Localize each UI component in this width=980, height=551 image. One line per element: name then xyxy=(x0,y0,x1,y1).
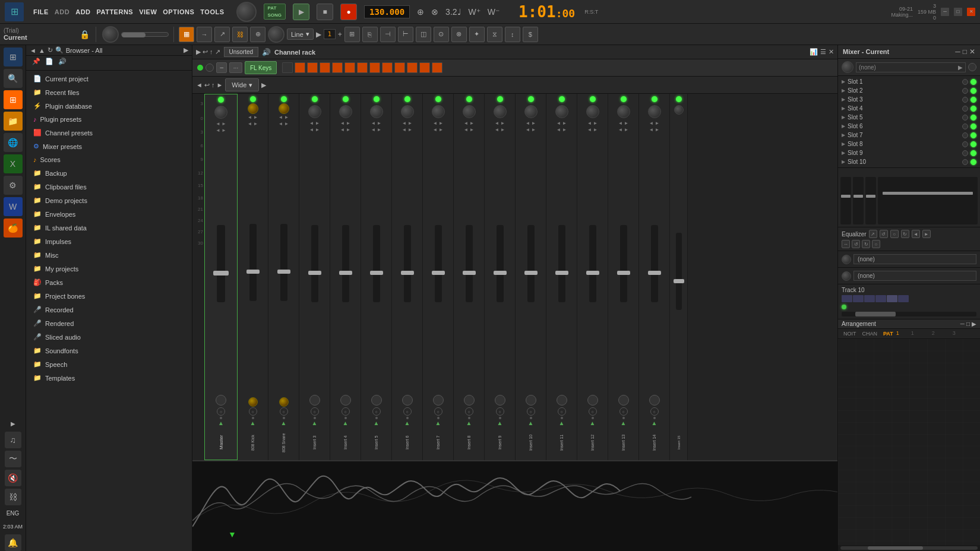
language-btn[interactable]: ENG xyxy=(4,508,22,519)
slot8-circle[interactable] xyxy=(962,141,968,147)
pat-selector[interactable]: PAT xyxy=(880,330,896,337)
browser-search-icon[interactable]: 🔍 xyxy=(55,46,64,54)
ch-minus-btn[interactable]: − xyxy=(216,62,227,73)
none-knob-1[interactable] xyxy=(842,255,851,264)
ins15-green-dot[interactable] xyxy=(676,96,682,102)
tb2-slider[interactable] xyxy=(121,32,169,37)
ins5-up[interactable]: ▲ xyxy=(374,420,380,426)
slot2-circle[interactable] xyxy=(962,88,968,94)
slot-row-5[interactable]: ▶ Slot 5 xyxy=(838,113,980,122)
wide-arrow[interactable]: ▶ xyxy=(261,81,266,89)
menu-patterns[interactable]: ADD xyxy=(75,8,90,15)
menu-tools[interactable]: OPTIONS xyxy=(163,8,194,15)
mixer-expand[interactable]: □ xyxy=(963,48,967,56)
none-dropdown-1[interactable]: (none) xyxy=(853,254,976,264)
kick-fader-handle[interactable] xyxy=(246,270,260,274)
arr-expand[interactable]: □ xyxy=(966,321,970,327)
pitch-btn[interactable]: ↗ xyxy=(214,27,230,42)
ins4-bknob[interactable] xyxy=(340,395,351,406)
mixer-selected-knob[interactable] xyxy=(842,61,853,73)
kick-knob[interactable] xyxy=(248,103,258,114)
mixer-close[interactable]: ✕ xyxy=(969,48,975,56)
track-block-6[interactable] xyxy=(898,295,909,302)
mixer-selected-dropdown[interactable]: (none)▶ xyxy=(856,62,966,72)
kick-bottom-knob[interactable] xyxy=(248,397,258,407)
bpm-display[interactable]: 130.000 xyxy=(364,5,410,18)
mix-back[interactable]: ↩ xyxy=(204,81,210,89)
ins14-knob[interactable] xyxy=(648,105,661,118)
snare-pan-r[interactable]: ► xyxy=(284,121,289,126)
sidebar-item-mixer-presets[interactable]: ⚙ Mixer presets xyxy=(26,140,192,153)
ch-slot-1[interactable] xyxy=(282,62,293,73)
ch-slot-11[interactable] xyxy=(407,62,418,73)
none-dropdown-2[interactable]: (none) xyxy=(853,271,976,281)
kick-arrow-r[interactable]: ► xyxy=(254,115,258,120)
send-fader-2[interactable] xyxy=(853,177,864,224)
browser-up[interactable]: ▲ xyxy=(39,47,45,54)
left-icon-channels[interactable]: ⊞ xyxy=(4,90,23,109)
lock-icon[interactable]: 🔒 xyxy=(80,30,90,39)
ins3-clock[interactable]: ○ xyxy=(311,407,319,416)
ins7-fader[interactable] xyxy=(435,225,442,302)
ins12-fader[interactable] xyxy=(589,225,596,302)
kick-fader[interactable] xyxy=(249,224,257,301)
left-icon-mute[interactable]: 🔇 xyxy=(5,470,21,486)
slot-row-6[interactable]: ▶ Slot 6 xyxy=(838,122,980,131)
track-block-3[interactable] xyxy=(864,295,875,302)
ins12-green-dot[interactable] xyxy=(590,96,596,102)
tb2-mute-btn[interactable]: ⊗ xyxy=(451,27,467,42)
menu-options[interactable]: VIEW xyxy=(139,8,157,15)
ins9-knob[interactable] xyxy=(494,105,507,118)
ins8-knob[interactable] xyxy=(463,105,476,118)
ins11-fader[interactable] xyxy=(558,225,565,302)
tb2-dollar-btn[interactable]: $ xyxy=(523,27,538,42)
slot7-active[interactable] xyxy=(970,132,976,138)
tb2-record-btn[interactable]: ⊙ xyxy=(434,27,449,42)
ins5-fader[interactable] xyxy=(373,225,380,302)
ins14-up[interactable]: ▲ xyxy=(652,420,657,426)
sidebar-item-plugin-presets[interactable]: ♪ Plugin presets xyxy=(26,113,192,126)
left-icon-wave[interactable]: 〜 xyxy=(5,451,21,467)
track-block-5[interactable] xyxy=(887,295,897,302)
snare-knob[interactable] xyxy=(279,103,289,114)
kick-arrow-l[interactable]: ◄ xyxy=(248,115,252,120)
ins7-clock[interactable]: ○ xyxy=(434,407,442,416)
ins14-bknob[interactable] xyxy=(649,395,660,406)
ins8-bknob[interactable] xyxy=(464,395,475,406)
mixer-minimize[interactable]: ─ xyxy=(955,48,960,56)
eq-btn-8[interactable]: ↺ xyxy=(852,240,860,248)
master-bottom-knob[interactable] xyxy=(216,395,226,406)
left-icon-browser[interactable]: 🌐 xyxy=(4,133,23,152)
ins6-knob[interactable] xyxy=(401,105,414,118)
ins12-up[interactable]: ▲ xyxy=(590,420,596,426)
track-scrollbar[interactable] xyxy=(842,312,976,316)
ins7-up[interactable]: ▲ xyxy=(435,420,441,426)
slot-row-2[interactable]: ▶ Slot 2 xyxy=(838,86,980,95)
sidebar-item-il-shared[interactable]: 📁 IL shared data xyxy=(26,221,192,235)
ins14-green-dot[interactable] xyxy=(652,96,657,102)
slot3-active[interactable] xyxy=(970,97,976,103)
none-knob-2[interactable] xyxy=(842,271,851,281)
kick-pan-l[interactable]: ◄ xyxy=(248,121,252,126)
tb2-fx-btn[interactable]: ⧖ xyxy=(487,27,502,42)
send-fader-1[interactable] xyxy=(840,177,851,224)
ins4-up[interactable]: ▲ xyxy=(343,420,349,426)
tb2-snap-btn[interactable]: ◫ xyxy=(416,27,431,42)
eq-btn-6[interactable]: ► xyxy=(922,230,931,238)
slot-row-9[interactable]: ▶ Slot 9 xyxy=(838,148,980,157)
cr-play-btn[interactable]: ▶ xyxy=(196,48,201,56)
ins15-fader[interactable] xyxy=(676,233,682,310)
ins10-fader[interactable] xyxy=(527,225,535,302)
kick-green-dot[interactable] xyxy=(250,96,256,102)
ins6-bknob[interactable] xyxy=(402,395,413,406)
slot9-circle[interactable] xyxy=(962,150,968,156)
master-arrow-right[interactable]: ► xyxy=(222,121,226,126)
ins8-clock[interactable]: ○ xyxy=(465,407,473,416)
slot6-active[interactable] xyxy=(970,124,976,129)
ins7-bknob[interactable] xyxy=(433,395,444,406)
ins3-green-dot[interactable] xyxy=(312,96,318,102)
browser-back[interactable]: ◄ xyxy=(30,47,36,54)
master-pan-left[interactable]: ◄ xyxy=(216,128,220,133)
ins13-green-dot[interactable] xyxy=(621,96,627,102)
sidebar-item-project-bones[interactable]: 📁 Project bones xyxy=(26,289,192,303)
